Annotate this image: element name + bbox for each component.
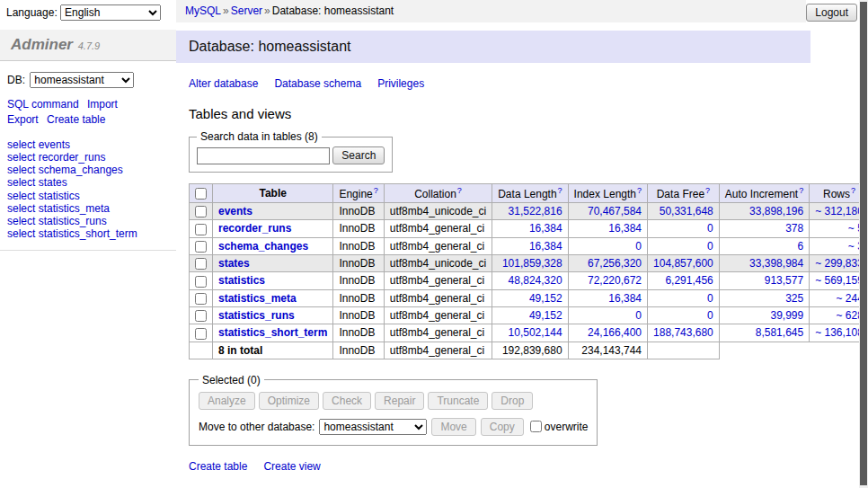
data-length-link[interactable]: 48,824,320 [509, 274, 562, 287]
search-input[interactable] [197, 147, 330, 164]
link-create-table[interactable]: Create table [189, 460, 247, 473]
auto-increment-link[interactable]: 39,999 [770, 309, 803, 322]
sidebar-item-select-events[interactable]: select events [7, 139, 169, 151]
column-help-data-length[interactable]: ? [558, 186, 562, 195]
auto-increment-link[interactable]: 913,577 [765, 274, 803, 287]
sidebar-item-select-statistics-runs[interactable]: select statistics_runs [7, 216, 169, 227]
sidebar-action-export[interactable]: Export [7, 113, 39, 126]
table-link-states[interactable]: states [218, 257, 250, 270]
search-button[interactable]: Search [332, 146, 385, 164]
move-button[interactable]: Move [431, 418, 475, 436]
link-database-schema[interactable]: Database schema [274, 77, 361, 90]
copy-button[interactable]: Copy [481, 418, 524, 436]
data-free-link[interactable]: 188,743,680 [653, 326, 713, 339]
table-link-events[interactable]: events [218, 205, 252, 217]
data-length-link[interactable]: 16,384 [529, 240, 562, 253]
sidebar-item-select-statistics-short-term[interactable]: select statistics_short_term [7, 228, 169, 240]
scrollbar-thumb[interactable] [860, 2, 867, 485]
rows-link[interactable]: ~ 628 [837, 309, 860, 322]
sidebar-action-import[interactable]: Import [87, 98, 118, 111]
scrollbar[interactable] [859, 0, 868, 488]
data-free-link[interactable]: 0 [707, 309, 713, 322]
table-link-statistics-meta[interactable]: statistics_meta [218, 292, 297, 305]
column-help-collation[interactable]: ? [457, 186, 462, 195]
column-help-index-length[interactable]: ? [637, 186, 642, 195]
data-length-link[interactable]: 16,384 [529, 222, 562, 235]
auto-increment-link[interactable]: 8,581,645 [756, 326, 803, 339]
breadcrumb-link-mysql[interactable]: MySQL [185, 4, 221, 17]
index-length-link[interactable]: 24,166,400 [588, 326, 642, 339]
data-free-link[interactable]: 0 [707, 222, 713, 235]
row-checkbox[interactable] [195, 258, 207, 270]
breadcrumb-link-server[interactable]: Server [231, 4, 262, 17]
table-link-statistics-short-term[interactable]: statistics_short_term [218, 326, 327, 339]
truncate-button[interactable]: Truncate [428, 392, 488, 410]
index-length-link[interactable]: 16,384 [608, 222, 642, 235]
auto-increment-link[interactable]: 378 [785, 222, 803, 235]
table-link-recorder-runs[interactable]: recorder_runs [218, 222, 291, 235]
sidebar-item-select-statistics-meta[interactable]: select statistics_meta [7, 203, 169, 215]
rows-link[interactable]: ~ 244 [837, 292, 860, 305]
index-length-link[interactable]: 67,256,320 [588, 257, 642, 270]
row-checkbox[interactable] [195, 293, 207, 305]
row-checkbox[interactable] [195, 206, 207, 217]
sidebar-action-create-table[interactable]: Create table [47, 113, 105, 126]
db-select[interactable]: homeassistant [30, 72, 134, 88]
data-free-link[interactable]: 0 [707, 240, 713, 253]
sidebar-item-select-schema-changes[interactable]: select schema_changes [7, 164, 169, 176]
data-length-link[interactable]: 49,152 [529, 309, 562, 322]
repair-button[interactable]: Repair [375, 392, 424, 410]
rows-link[interactable]: ~ 5 [848, 222, 859, 235]
row-checkbox[interactable] [195, 276, 207, 288]
select-all-checkbox[interactable] [195, 188, 207, 200]
link-alter-database[interactable]: Alter database [189, 77, 258, 90]
move-database-select[interactable]: homeassistant [319, 419, 427, 435]
link-privileges[interactable]: Privileges [377, 77, 424, 90]
index-length-link[interactable]: 0 [635, 309, 642, 322]
logout-button[interactable]: Logout [806, 4, 857, 22]
data-length-link[interactable]: 49,152 [529, 292, 562, 305]
overwrite-checkbox[interactable] [530, 421, 542, 432]
data-length-link[interactable]: 31,522,816 [509, 205, 562, 217]
optimize-button[interactable]: Optimize [259, 392, 319, 410]
data-free-link[interactable]: 6,291,456 [665, 274, 713, 287]
rows-link[interactable]: ~ 3 [848, 240, 859, 253]
sidebar-action-sql-command[interactable]: SQL command [7, 98, 79, 111]
index-length-link[interactable]: 0 [635, 240, 642, 253]
rows-link[interactable]: ~ 312,180 [815, 205, 859, 217]
data-free-link[interactable]: 50,331,648 [660, 205, 713, 217]
link-create-view[interactable]: Create view [263, 460, 320, 473]
column-help-auto-increment[interactable]: ? [799, 186, 803, 195]
language-select[interactable]: English [60, 4, 161, 21]
data-length-link[interactable]: 10,502,144 [509, 326, 562, 339]
sidebar-item-select-statistics[interactable]: select statistics [7, 191, 169, 202]
check-button[interactable]: Check [323, 392, 371, 410]
rows-link[interactable]: ~ 569,159 [815, 274, 859, 287]
table-link-statistics[interactable]: statistics [218, 274, 265, 287]
index-length-link[interactable]: 70,467,584 [588, 205, 642, 217]
rows-link[interactable]: ~ 136,108 [815, 326, 859, 339]
index-length-link[interactable]: 72,220,672 [588, 274, 642, 287]
sidebar-item-select-states[interactable]: select states [7, 177, 169, 189]
auto-increment-link[interactable]: 33,398,984 [749, 257, 803, 270]
column-help-rows[interactable]: ? [851, 186, 855, 195]
table-link-schema-changes[interactable]: schema_changes [218, 240, 308, 253]
data-free-link[interactable]: 104,857,600 [653, 257, 713, 270]
analyze-button[interactable]: Analyze [199, 392, 255, 410]
sidebar-item-select-recorder-runs[interactable]: select recorder_runs [7, 152, 169, 164]
auto-increment-link[interactable]: 325 [785, 292, 803, 305]
column-help-data-free[interactable]: ? [705, 186, 710, 195]
auto-increment-link[interactable]: 33,898,196 [749, 205, 803, 217]
row-checkbox[interactable] [195, 328, 207, 340]
rows-link[interactable]: ~ 299,833 [815, 257, 859, 270]
table-link-statistics-runs[interactable]: statistics_runs [218, 309, 295, 322]
data-length-link[interactable]: 101,859,328 [502, 257, 562, 270]
row-checkbox[interactable] [195, 310, 207, 322]
row-checkbox[interactable] [195, 241, 207, 253]
column-help-engine[interactable]: ? [374, 186, 378, 195]
index-length-link[interactable]: 16,384 [608, 292, 642, 305]
data-free-link[interactable]: 0 [707, 292, 713, 305]
drop-button[interactable]: Drop [492, 392, 533, 410]
auto-increment-link[interactable]: 6 [797, 240, 803, 253]
row-checkbox[interactable] [195, 224, 207, 235]
